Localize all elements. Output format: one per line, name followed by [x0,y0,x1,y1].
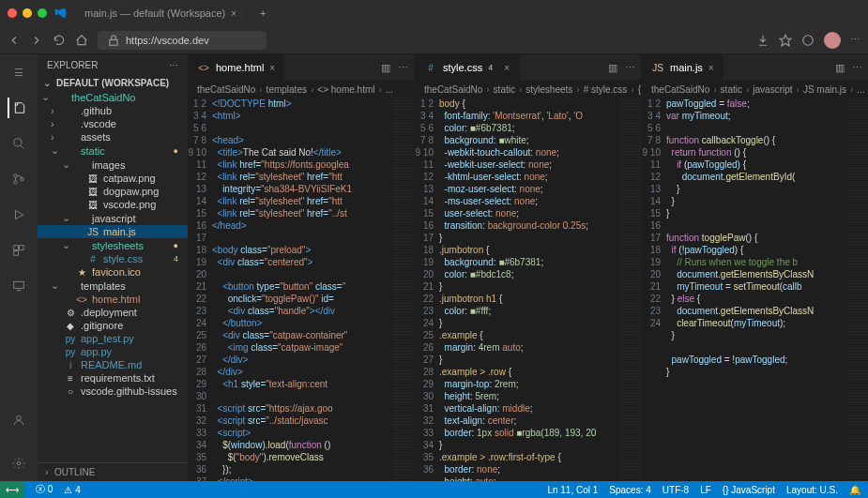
file-item[interactable]: 🖼vscode.png [38,198,188,211]
close-tab-icon[interactable]: × [231,8,236,19]
line-numbers: 1 2 3 4 5 6 7 8 9 10 11 12 13 14 15 16 1… [415,98,439,481]
folder-item[interactable]: ⌄templates [38,279,188,293]
minimize-window[interactable] [23,8,32,18]
new-tab-button[interactable]: + [254,8,271,19]
svg-rect-6 [14,246,19,250]
folder-item[interactable]: ⌄images [38,158,188,172]
tab-bar: # style.css 4 × ▥⋯ [415,54,641,81]
remote-indicator[interactable]: ⟷ [0,481,24,498]
download-icon[interactable] [756,34,769,47]
window-tab-title: main.js — default (Workspace) [84,8,225,19]
more-icon[interactable]: ⋯ [169,60,178,70]
svg-point-10 [17,415,22,420]
close-icon[interactable]: × [269,63,275,73]
outline-section[interactable]: ›OUTLINE [38,462,188,481]
more-icon[interactable]: ⋯ [398,62,408,74]
file-item[interactable]: ◆.gitignore [38,319,188,332]
code-editor[interactable]: 1 2 3 4 5 6 7 8 9 10 11 12 13 14 15 16 1… [415,98,641,481]
file-icon: JS [651,63,664,73]
editor-tab[interactable]: <> home.html × [188,54,285,81]
extensions-browser-icon[interactable] [801,34,815,47]
code-content[interactable]: body { font-family: 'Montserrat', 'Lato'… [439,98,620,481]
file-item[interactable]: 🖼dogpaw.png [38,185,188,198]
folder-item[interactable]: ⌄theCatSaidNo [38,90,188,104]
file-item[interactable]: JSmain.js [38,225,188,238]
svg-point-3 [14,174,18,178]
code-content[interactable]: <!DOCTYPE html> <html> <head> <title>The… [212,98,393,481]
editor-pane: <> home.html × ▥⋯ theCatSaidNo › templat… [188,54,415,481]
folder-item[interactable]: ›.vscode [38,117,188,130]
svg-rect-0 [110,39,117,45]
editor-tab[interactable]: # style.css 4 × [415,54,520,81]
folder-item[interactable]: ⌄javascript [38,211,188,225]
notifications-icon[interactable]: 🔔 [849,485,860,495]
favorite-icon[interactable] [779,34,792,47]
window-tab[interactable]: main.js — default (Workspace) × [75,3,247,23]
file-item[interactable]: pyapp_test.py [38,332,188,345]
line-numbers: 1 2 3 4 5 6 7 8 9 10 11 12 13 14 15 16 1… [188,98,212,481]
close-icon[interactable]: × [504,63,510,73]
tab-bar: JS main.js × ▥⋯ [642,54,868,81]
address-bar[interactable]: https://vscode.dev [98,31,266,50]
errors[interactable]: ⓧ 0 [36,483,53,496]
file-item[interactable]: iREADME.md [38,358,188,371]
minimap[interactable] [620,98,641,481]
file-item[interactable]: 🖼catpaw.png [38,172,188,185]
avatar[interactable] [824,32,841,49]
explorer-icon[interactable] [8,98,28,118]
folder-item[interactable]: ›.github [38,104,188,117]
extensions-icon[interactable] [8,240,29,261]
breadcrumb[interactable]: theCatSaidNo › static › stylesheets › # … [415,81,641,98]
split-icon[interactable]: ▥ [835,62,845,74]
cursor-position[interactable]: Ln 11, Col 1 [547,485,598,495]
svg-point-4 [14,181,18,185]
folder-item[interactable]: ⌄stylesheets● [38,238,188,252]
gear-icon[interactable] [8,453,29,474]
refresh-icon[interactable] [53,34,66,47]
file-item[interactable]: <>home.html [38,293,188,306]
more-icon[interactable]: ⋯ [850,34,860,46]
account-icon[interactable] [8,410,29,430]
code-editor[interactable]: 1 2 3 4 5 6 7 8 9 10 11 12 13 14 15 16 1… [188,98,414,481]
close-icon[interactable]: × [708,63,714,73]
forward-icon[interactable] [30,34,43,47]
file-item[interactable]: ★favicon.ico [38,265,188,279]
editor-pane: # style.css 4 × ▥⋯ theCatSaidNo › static… [415,54,642,481]
file-item[interactable]: ○vscode.github-issues [38,385,188,398]
search-icon[interactable] [8,133,29,154]
encoding[interactable]: UTF-8 [662,485,689,495]
indentation[interactable]: Spaces: 4 [609,485,650,495]
code-content[interactable]: pawToggled = false; var myTimeout; funct… [666,98,847,481]
code-editor[interactable]: 1 2 3 4 5 6 7 8 9 10 11 12 13 14 15 16 1… [642,98,868,481]
workspace-header[interactable]: ⌄DEFAULT (WORKSPACE) [38,76,188,90]
minimap[interactable] [393,98,414,481]
tab-label: main.js [670,62,703,73]
line-numbers: 1 2 3 4 5 6 7 8 9 10 11 12 13 14 15 16 1… [642,98,666,481]
keyboard-layout[interactable]: Layout: U.S. [786,485,838,495]
file-item[interactable]: #style.css4 [38,252,188,265]
source-control-icon[interactable] [8,169,29,189]
back-icon[interactable] [8,34,21,47]
close-window[interactable] [8,8,17,18]
breadcrumb[interactable]: theCatSaidNo › static › javascript › JS … [642,81,868,98]
minimap[interactable] [847,98,868,481]
split-icon[interactable]: ▥ [381,62,390,74]
more-icon[interactable]: ⋯ [852,62,862,74]
split-icon[interactable]: ▥ [608,62,617,74]
breadcrumb[interactable]: theCatSaidNo › templates › <> home.html … [188,81,414,98]
folder-item[interactable]: ›assets [38,130,188,143]
more-icon[interactable]: ⋯ [625,62,635,74]
file-item[interactable]: ⚙.deployment [38,306,188,319]
editor-tab[interactable]: JS main.js × [642,54,724,81]
folder-item[interactable]: ⌄static● [38,143,188,158]
run-debug-icon[interactable] [8,204,29,225]
maximize-window[interactable] [38,8,47,18]
home-icon[interactable] [75,34,88,47]
eol[interactable]: LF [700,485,711,495]
file-item[interactable]: pyapp.py [38,345,188,358]
menu-icon[interactable]: ☰ [8,62,29,83]
remote-explorer-icon[interactable] [8,276,29,296]
language-mode[interactable]: {} JavaScript [723,485,775,495]
file-item[interactable]: ≡requirements.txt [38,371,188,385]
warnings[interactable]: ⚠ 4 [64,485,80,495]
